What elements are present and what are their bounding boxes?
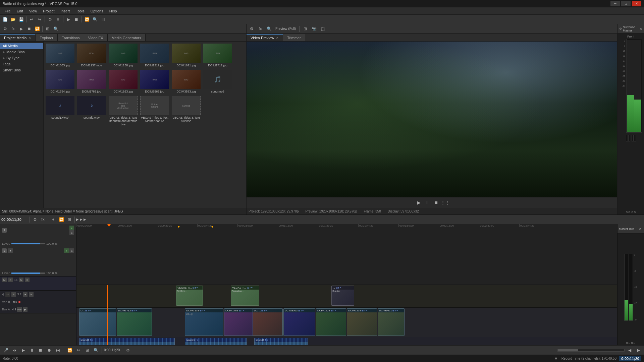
clip-dcim1219[interactable]: DCIM1219 ⊞ f ≡	[347, 308, 377, 336]
tab-close-project-media[interactable]: ✕	[29, 36, 31, 40]
settings-button[interactable]: ⚙	[46, 16, 54, 23]
tab-explorer[interactable]: Explorer	[36, 34, 58, 41]
track2-solo[interactable]: S	[69, 248, 74, 253]
media-item-dcim1137[interactable]: MOV DCIM1137.mov	[76, 43, 107, 68]
media-item-song[interactable]: 🎵 song.mp3	[203, 69, 233, 94]
preview-loop-button[interactable]: ⋮⋮	[442, 199, 448, 206]
media-item-dcim1712[interactable]: IMG DCIM1712.jpg	[203, 43, 233, 68]
tl-add-track-button[interactable]: +	[50, 216, 57, 223]
tab-close-video-preview[interactable]: ✕	[276, 36, 279, 40]
track1-level-slider[interactable]	[11, 243, 45, 244]
tab-trimmer[interactable]: Trimmer	[283, 34, 305, 41]
menu-edit[interactable]: Edit	[14, 8, 26, 14]
track3-mute[interactable]: M	[2, 278, 7, 282]
track4-solo[interactable]: S	[11, 292, 16, 297]
clip-d[interactable]: D... ⊞ f ≡	[79, 308, 116, 336]
menu-insert[interactable]: Insert	[58, 8, 73, 14]
track2-mute[interactable]: ●	[64, 248, 69, 253]
preview-stop-button[interactable]: ⏹	[433, 199, 440, 206]
preview-zoom-button[interactable]: 🔍	[265, 25, 273, 33]
clip-sound1-c[interactable]: sound1 f ≡	[254, 338, 308, 345]
media-item-title2[interactable]: Mothernature VEGAS Titles & Text Mother …	[140, 95, 170, 127]
clip-dcim1712[interactable]: DCIM1712 ⊞ f ≡	[117, 308, 152, 336]
master-bus-close[interactable]: ✕	[638, 227, 643, 231]
track4-arm[interactable]: ●	[23, 292, 28, 297]
status-settings-button[interactable]: ⊞	[553, 356, 559, 361]
media-item-dcim1923[interactable]: IMG DCIM1923.jpg	[108, 69, 138, 94]
track4-mute[interactable]: M	[5, 292, 10, 297]
media-item-dcim3563[interactable]: IMG DCIM3563.jpg	[140, 69, 170, 94]
timeline-ruler[interactable]: 00:00:00:00 00:00:15:00 00:00:29:29 00:0…	[76, 224, 617, 285]
track3-fx[interactable]: fx	[19, 278, 23, 282]
media-item-title3[interactable]: Sunrise VEGAS Titles & Text Sunrise	[171, 95, 201, 127]
tab-media-generators[interactable]: Media Generators	[108, 34, 146, 41]
media-fx-button[interactable]: fx	[9, 25, 17, 33]
loop-button[interactable]: 🔁	[83, 16, 91, 23]
media-item-dcim1219[interactable]: IMG DCIM1219.jpg	[140, 43, 170, 68]
media-item-dcim1783[interactable]: IMG DCIM1783.jpg	[76, 69, 107, 94]
bc-scroll-left[interactable]: ◀	[626, 347, 633, 354]
surround-close-button[interactable]: ✕	[639, 26, 643, 31]
track4-bus-arrow[interactable]: ▶	[23, 307, 28, 312]
tab-project-media[interactable]: Project Media ✕	[0, 34, 36, 41]
tl-normalize-button[interactable]: fx	[39, 216, 47, 223]
timeline-scrollbar[interactable]	[557, 349, 625, 352]
bc-trim-button[interactable]: ✂	[75, 347, 82, 354]
media-item-sound1[interactable]: ♪ sound1.WAV	[45, 95, 75, 127]
bc-rewind-button[interactable]: ⏮	[11, 347, 18, 354]
media-zoom-button[interactable]: 🔍	[52, 25, 59, 33]
preview-grid-button[interactable]: ⊞	[302, 25, 309, 33]
bc-loop-button[interactable]: 🔁	[66, 347, 73, 354]
bc-record-button[interactable]: ⏺	[46, 347, 53, 354]
track1-solo[interactable]: S	[69, 230, 74, 235]
new-button[interactable]: 📄	[1, 16, 9, 23]
maximize-button[interactable]: □	[621, 1, 631, 6]
track4-fx[interactable]: fx	[29, 292, 34, 297]
preview-external-button[interactable]: ⬚	[319, 25, 326, 33]
bc-play-button[interactable]: ▶	[19, 347, 27, 354]
timeline-scrollbar-thumb[interactable]	[558, 349, 578, 351]
bc-zoom-in-button[interactable]: 🔍	[92, 347, 100, 354]
preview-settings-button[interactable]: ⚙	[248, 25, 255, 33]
stop-button[interactable]: ⏹	[73, 16, 80, 23]
track1-mute[interactable]: ●	[69, 226, 74, 230]
render-button[interactable]: ▶	[65, 16, 72, 23]
media-item-dcim1138[interactable]: IMG DCIM1138.jpg	[108, 43, 138, 68]
media-item-sound2[interactable]: ♪ sound2.wav	[76, 95, 107, 127]
tl-loop-button[interactable]: 🔁	[58, 216, 65, 223]
surround-settings-button[interactable]: ⚙	[619, 26, 622, 31]
preview-capture-button[interactable]: 📷	[310, 25, 318, 33]
redo-button[interactable]: ↪	[36, 16, 43, 23]
media-item-dcim1063[interactable]: IMG DCIM1063.jpg	[45, 43, 75, 68]
zoom-button[interactable]: 🔍	[91, 16, 99, 23]
undo-button[interactable]: ↩	[28, 16, 35, 23]
clip-title1[interactable]: VEGAS Ti... ⊞ f ≡ Set free...	[176, 286, 203, 306]
track2-expand[interactable]: ▼	[8, 248, 13, 253]
tab-transitions[interactable]: Transitions	[58, 34, 84, 41]
media-item-title1[interactable]: Beautifulanddestructive VEGAS Titles & T…	[108, 95, 138, 127]
media-play-button[interactable]: ▶	[17, 25, 25, 33]
bc-scroll-right[interactable]: ▶	[635, 347, 642, 354]
track3-env[interactable]: ≡	[25, 278, 30, 282]
tl-settings-button[interactable]: ⚙	[31, 216, 39, 223]
menu-file[interactable]: File	[2, 8, 13, 14]
menu-tools[interactable]: Tools	[73, 8, 87, 14]
clip-dcim1621[interactable]: DCIM1621 ⊞ f ≡	[378, 308, 405, 336]
tree-smart-bins[interactable]: Smart Bins	[0, 67, 43, 73]
preview-fx-button[interactable]: fx	[257, 25, 264, 33]
media-item-dcim1754[interactable]: IMG DCIM1754.jpg	[45, 69, 75, 94]
tab-video-fx[interactable]: Video FX	[84, 34, 108, 41]
tab-video-preview[interactable]: Video Preview ✕	[247, 34, 283, 41]
media-stop-button[interactable]: ⏹	[25, 25, 33, 33]
tracks-scroll-wrapper[interactable]: VEGAS Ti... ⊞ f ≡ Set free... VEGAS Ti..…	[76, 285, 617, 345]
tl-grid-button[interactable]: ⊞	[66, 216, 73, 223]
clip-title2[interactable]: VEGAS Ti... ⊞ f ≡ Ruination...	[231, 286, 259, 306]
track3-solo[interactable]: S	[8, 278, 13, 282]
clip-dcim1783[interactable]: DCIM1783 ⊞ f ≡	[224, 308, 254, 336]
bc-snap-button[interactable]: ⊞	[84, 347, 91, 354]
tree-tags[interactable]: Tags	[0, 61, 43, 67]
media-item-dcim3583[interactable]: IMG DCIM3583.jpg	[171, 69, 201, 94]
bc-stop-button[interactable]: ⏹	[37, 347, 44, 354]
media-settings-button[interactable]: ⚙	[1, 25, 9, 33]
clip-dcim3563[interactable]: DCIM3563 ⊞ f ≡	[283, 308, 315, 336]
